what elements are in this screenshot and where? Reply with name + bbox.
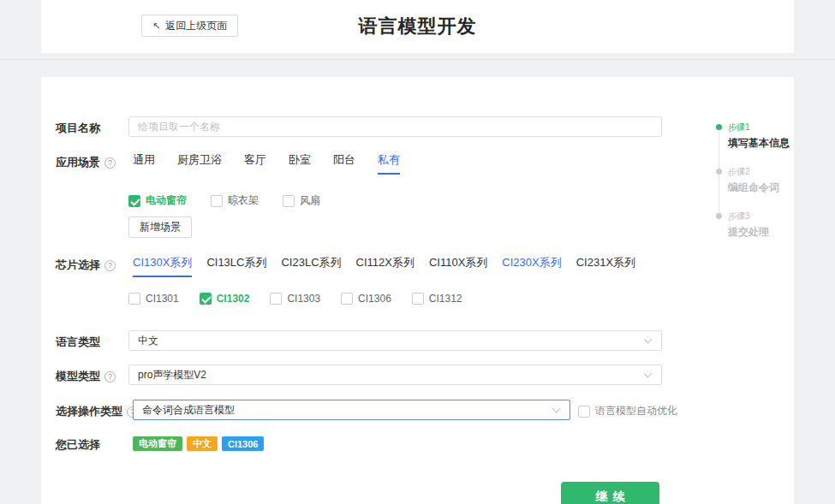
header: ↖ 返回上级页面 语言模型开发 xyxy=(41,0,794,53)
top-bar: ↖ 返回上级页面 语言模型开发 xyxy=(0,0,835,60)
checkbox-ci1306[interactable]: CI1306 xyxy=(341,293,391,305)
chip-label-text: 芯片选择 xyxy=(56,258,100,273)
chevron-down-icon xyxy=(644,335,653,344)
model-select-value: pro声学模型V2 xyxy=(138,368,206,382)
step-number: 步骤1 xyxy=(728,122,790,133)
step-title: 填写基本信息 xyxy=(728,136,790,151)
step-3: 步骤3 提交处理 xyxy=(716,210,769,240)
checkbox-label: 晾衣架 xyxy=(228,193,259,208)
scenario-label-text: 应用场景 xyxy=(56,155,100,170)
checkbox-motor-curtain[interactable]: 电动窗帘 xyxy=(128,193,187,208)
project-name-placeholder: 给项目取一个名称 xyxy=(138,120,220,134)
project-name-input[interactable]: 给项目取一个名称 xyxy=(128,116,662,137)
tag-ci1306: CI1306 xyxy=(222,436,264,451)
selected-tags: 电动窗帘 中文 CI1306 xyxy=(133,436,264,451)
operation-label-text: 选择操作类型 xyxy=(56,404,122,419)
tab-ci230x[interactable]: CI230X系列 xyxy=(502,255,561,277)
step-2: 步骤2 编组命令词 xyxy=(716,166,779,195)
step-title: 提交处理 xyxy=(728,225,769,240)
info-icon[interactable]: ? xyxy=(104,371,116,382)
page-title: 语言模型开发 xyxy=(41,14,794,39)
checkbox-label: CI1301 xyxy=(146,293,179,305)
chip-label: 芯片选择 ? xyxy=(56,258,116,273)
checkbox-label: 电动窗帘 xyxy=(146,193,187,208)
form-card: 项目名称 给项目取一个名称 应用场景 ? 通用 厨房卫浴 客厅 卧室 阳台 私有… xyxy=(41,77,794,504)
model-select[interactable]: pro声学模型V2 xyxy=(128,365,662,385)
checkbox-ci1303[interactable]: CI1303 xyxy=(270,293,320,305)
checkbox-label: CI1312 xyxy=(429,293,462,305)
checkbox-label: CI1302 xyxy=(217,293,250,305)
step-3-dot-icon xyxy=(716,213,722,219)
checkbox-drying-rack[interactable]: 晾衣架 xyxy=(211,193,259,208)
checkbox-icon xyxy=(128,293,140,305)
step-number: 步骤2 xyxy=(728,166,779,178)
checkbox-label: 语言模型自动优化 xyxy=(595,404,677,418)
checkbox-label: 风扇 xyxy=(300,193,320,208)
tab-private[interactable]: 私有 xyxy=(378,152,400,175)
step-number: 步骤3 xyxy=(728,210,769,222)
chip-options: CI1301 CI1302 CI1303 CI1306 CI1312 xyxy=(128,293,462,305)
tag-motor-curtain: 电动窗帘 xyxy=(133,436,182,451)
checkbox-icon xyxy=(200,293,212,305)
checkbox-icon xyxy=(211,195,223,207)
operation-select[interactable]: 命令词合成语言模型 xyxy=(133,400,570,420)
tab-living-room[interactable]: 客厅 xyxy=(244,152,266,175)
checkbox-icon xyxy=(270,293,282,305)
language-label: 语言类型 xyxy=(56,335,100,350)
step-1: 步骤1 填写基本信息 xyxy=(716,122,790,151)
checkbox-ci1312[interactable]: CI1312 xyxy=(412,293,462,305)
tab-kitchen-bath[interactable]: 厨房卫浴 xyxy=(177,152,222,175)
tab-ci231x[interactable]: CI231X系列 xyxy=(576,255,635,277)
tab-ci110x[interactable]: CI110X系列 xyxy=(429,255,487,277)
tab-ci13lc[interactable]: CI13LC系列 xyxy=(206,255,266,277)
language-select-value: 中文 xyxy=(138,334,158,348)
selected-label: 您已选择 xyxy=(56,437,100,453)
chevron-down-icon xyxy=(552,405,561,413)
info-icon[interactable]: ? xyxy=(104,260,116,271)
checkbox-icon xyxy=(578,406,590,418)
model-label: 模型类型 ? xyxy=(56,369,116,384)
checkbox-label: CI1303 xyxy=(287,293,320,305)
checkbox-icon xyxy=(283,195,295,207)
tab-general[interactable]: 通用 xyxy=(133,152,155,175)
tab-balcony[interactable]: 阳台 xyxy=(333,152,355,175)
checkbox-icon xyxy=(128,195,140,207)
chevron-down-icon xyxy=(644,370,653,378)
page: ↖ 返回上级页面 语言模型开发 项目名称 给项目取一个名称 应用场景 ? 通用 … xyxy=(0,0,835,504)
add-scenario-button[interactable]: 新增场景 xyxy=(128,216,192,238)
checkbox-label: CI1306 xyxy=(358,293,391,305)
model-label-text: 模型类型 xyxy=(56,369,100,384)
project-name-label: 项目名称 xyxy=(56,121,100,136)
checkbox-icon xyxy=(341,293,353,305)
language-select[interactable]: 中文 xyxy=(128,330,662,351)
scenario-options: 电动窗帘 晾衣架 风扇 xyxy=(128,193,320,208)
tab-bedroom[interactable]: 卧室 xyxy=(289,152,311,175)
tab-ci130x[interactable]: CI130X系列 xyxy=(133,255,192,277)
tag-chinese: 中文 xyxy=(187,436,218,451)
operation-select-value: 命令词合成语言模型 xyxy=(142,403,235,418)
checkbox-fan[interactable]: 风扇 xyxy=(283,193,320,208)
tab-ci23lc[interactable]: CI23LC系列 xyxy=(281,255,341,277)
step-1-dot-icon xyxy=(716,124,722,130)
checkbox-ci1302[interactable]: CI1302 xyxy=(200,293,250,305)
step-title: 编组命令词 xyxy=(728,181,779,195)
continue-button[interactable]: 继续 xyxy=(561,482,659,504)
step-2-dot-icon xyxy=(716,169,722,175)
checkbox-icon xyxy=(412,293,424,305)
checkbox-ci1301[interactable]: CI1301 xyxy=(128,293,179,305)
tab-ci112x[interactable]: CI112X系列 xyxy=(356,255,415,277)
scenario-tabs: 通用 厨房卫浴 客厅 卧室 阳台 私有 xyxy=(133,152,400,175)
auto-optimize-checkbox[interactable]: 语言模型自动优化 xyxy=(578,404,677,418)
operation-label: 选择操作类型 ? xyxy=(56,404,138,419)
info-icon[interactable]: ? xyxy=(104,157,116,169)
chip-tabs: CI130X系列 CI13LC系列 CI23LC系列 CI112X系列 CI11… xyxy=(133,255,635,277)
scenario-label: 应用场景 ? xyxy=(56,155,116,170)
